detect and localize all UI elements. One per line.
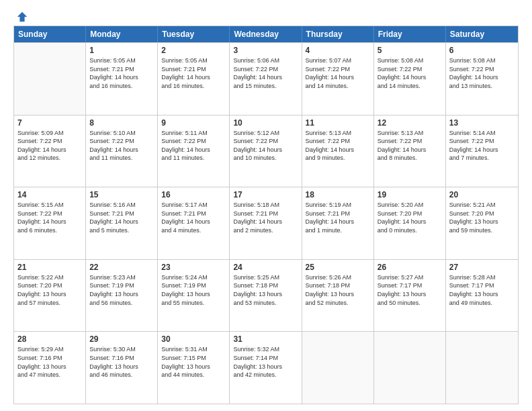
- calendar-cell: 6Sunrise: 5:08 AM Sunset: 7:22 PM Daylig…: [446, 43, 518, 115]
- cell-content: Sunrise: 5:18 AM Sunset: 7:21 PM Dayligh…: [233, 201, 298, 234]
- calendar-cell: [374, 332, 446, 404]
- day-number: 12: [378, 118, 442, 128]
- cell-content: Sunrise: 5:13 AM Sunset: 7:22 PM Dayligh…: [378, 129, 442, 163]
- cell-content: Sunrise: 5:12 AM Sunset: 7:22 PM Dayligh…: [233, 129, 298, 163]
- header-day-tuesday: Tuesday: [158, 26, 230, 42]
- day-number: 15: [89, 190, 154, 199]
- cell-content: Sunrise: 5:24 AM Sunset: 7:19 PM Dayligh…: [161, 273, 226, 307]
- day-number: 2: [161, 46, 226, 55]
- cell-content: Sunrise: 5:10 AM Sunset: 7:22 PM Dayligh…: [89, 129, 154, 163]
- logo-icon: [16, 11, 28, 23]
- day-number: 6: [449, 46, 515, 55]
- cell-content: Sunrise: 5:13 AM Sunset: 7:22 PM Dayligh…: [306, 129, 370, 163]
- day-number: 8: [89, 118, 154, 128]
- calendar-row-3: 14Sunrise: 5:15 AM Sunset: 7:22 PM Dayli…: [14, 187, 518, 259]
- cell-content: Sunrise: 5:32 AM Sunset: 7:14 PM Dayligh…: [233, 345, 298, 379]
- calendar-cell: 9Sunrise: 5:11 AM Sunset: 7:22 PM Daylig…: [158, 116, 230, 187]
- header-day-saturday: Saturday: [446, 26, 518, 42]
- calendar-cell: 14Sunrise: 5:15 AM Sunset: 7:22 PM Dayli…: [14, 187, 86, 259]
- calendar-cell: [446, 332, 518, 404]
- header-day-monday: Monday: [86, 26, 158, 42]
- calendar-cell: 15Sunrise: 5:16 AM Sunset: 7:21 PM Dayli…: [86, 187, 158, 259]
- day-number: 10: [233, 118, 298, 128]
- day-number: 26: [378, 263, 442, 272]
- day-number: 7: [17, 118, 82, 128]
- calendar-cell: 20Sunrise: 5:21 AM Sunset: 7:20 PM Dayli…: [446, 187, 518, 259]
- calendar-cell: 17Sunrise: 5:18 AM Sunset: 7:21 PM Dayli…: [230, 187, 302, 259]
- day-number: 14: [17, 190, 82, 199]
- logo: [13, 11, 28, 20]
- calendar-cell: 24Sunrise: 5:25 AM Sunset: 7:18 PM Dayli…: [230, 260, 302, 332]
- calendar-cell: 21Sunrise: 5:22 AM Sunset: 7:20 PM Dayli…: [14, 260, 86, 332]
- cell-content: Sunrise: 5:30 AM Sunset: 7:16 PM Dayligh…: [89, 345, 154, 379]
- day-number: 4: [306, 46, 370, 55]
- header-day-thursday: Thursday: [302, 26, 374, 42]
- cell-content: Sunrise: 5:14 AM Sunset: 7:22 PM Dayligh…: [449, 129, 515, 163]
- cell-content: Sunrise: 5:09 AM Sunset: 7:22 PM Dayligh…: [17, 129, 82, 163]
- calendar-cell: [302, 332, 374, 404]
- cell-content: Sunrise: 5:28 AM Sunset: 7:17 PM Dayligh…: [449, 273, 515, 307]
- calendar-cell: 8Sunrise: 5:10 AM Sunset: 7:22 PM Daylig…: [86, 116, 158, 187]
- calendar-cell: 4Sunrise: 5:07 AM Sunset: 7:22 PM Daylig…: [302, 43, 374, 115]
- cell-content: Sunrise: 5:29 AM Sunset: 7:16 PM Dayligh…: [17, 345, 82, 379]
- calendar-cell: 2Sunrise: 5:05 AM Sunset: 7:21 PM Daylig…: [158, 43, 230, 115]
- cell-content: Sunrise: 5:21 AM Sunset: 7:20 PM Dayligh…: [449, 201, 515, 234]
- day-number: 20: [449, 190, 515, 199]
- header-day-friday: Friday: [374, 26, 446, 42]
- day-number: 29: [89, 334, 154, 344]
- calendar-row-1: 1Sunrise: 5:05 AM Sunset: 7:21 PM Daylig…: [14, 42, 518, 115]
- day-number: 28: [17, 334, 82, 344]
- day-number: 24: [233, 263, 298, 272]
- cell-content: Sunrise: 5:20 AM Sunset: 7:20 PM Dayligh…: [378, 201, 442, 234]
- day-number: 11: [306, 118, 370, 128]
- calendar-body: 1Sunrise: 5:05 AM Sunset: 7:21 PM Daylig…: [14, 42, 518, 404]
- calendar-cell: 10Sunrise: 5:12 AM Sunset: 7:22 PM Dayli…: [230, 116, 302, 187]
- calendar-cell: 30Sunrise: 5:31 AM Sunset: 7:15 PM Dayli…: [158, 332, 230, 404]
- cell-content: Sunrise: 5:25 AM Sunset: 7:18 PM Dayligh…: [233, 273, 298, 307]
- cell-content: Sunrise: 5:19 AM Sunset: 7:21 PM Dayligh…: [306, 201, 370, 234]
- cell-content: Sunrise: 5:08 AM Sunset: 7:22 PM Dayligh…: [378, 56, 442, 90]
- day-number: 25: [306, 263, 370, 272]
- calendar-cell: 12Sunrise: 5:13 AM Sunset: 7:22 PM Dayli…: [374, 116, 446, 187]
- calendar: SundayMondayTuesdayWednesdayThursdayFrid…: [13, 26, 519, 404]
- calendar-cell: 7Sunrise: 5:09 AM Sunset: 7:22 PM Daylig…: [14, 116, 86, 187]
- calendar-cell: 31Sunrise: 5:32 AM Sunset: 7:14 PM Dayli…: [230, 332, 302, 404]
- calendar-cell: 5Sunrise: 5:08 AM Sunset: 7:22 PM Daylig…: [374, 43, 446, 115]
- calendar-cell: 19Sunrise: 5:20 AM Sunset: 7:20 PM Dayli…: [374, 187, 446, 259]
- day-number: 13: [449, 118, 515, 128]
- calendar-row-5: 28Sunrise: 5:29 AM Sunset: 7:16 PM Dayli…: [14, 331, 518, 404]
- cell-content: Sunrise: 5:06 AM Sunset: 7:22 PM Dayligh…: [233, 56, 298, 90]
- cell-content: Sunrise: 5:08 AM Sunset: 7:22 PM Dayligh…: [449, 56, 515, 90]
- day-number: 30: [161, 334, 226, 344]
- day-number: 1: [89, 46, 154, 55]
- cell-content: Sunrise: 5:07 AM Sunset: 7:22 PM Dayligh…: [306, 56, 370, 90]
- day-number: 5: [378, 46, 442, 55]
- day-number: 16: [161, 190, 226, 199]
- header: [13, 11, 519, 20]
- day-number: 31: [233, 334, 298, 344]
- calendar-cell: 22Sunrise: 5:23 AM Sunset: 7:19 PM Dayli…: [86, 260, 158, 332]
- day-number: 21: [17, 263, 82, 272]
- header-day-wednesday: Wednesday: [230, 26, 302, 42]
- cell-content: Sunrise: 5:16 AM Sunset: 7:21 PM Dayligh…: [89, 201, 154, 234]
- calendar-cell: 18Sunrise: 5:19 AM Sunset: 7:21 PM Dayli…: [302, 187, 374, 259]
- svg-marker-0: [17, 12, 27, 21]
- cell-content: Sunrise: 5:26 AM Sunset: 7:18 PM Dayligh…: [306, 273, 370, 307]
- cell-content: Sunrise: 5:23 AM Sunset: 7:19 PM Dayligh…: [89, 273, 154, 307]
- day-number: 23: [161, 263, 226, 272]
- day-number: 9: [161, 118, 226, 128]
- cell-content: Sunrise: 5:11 AM Sunset: 7:22 PM Dayligh…: [161, 129, 226, 163]
- day-number: 3: [233, 46, 298, 55]
- cell-content: Sunrise: 5:05 AM Sunset: 7:21 PM Dayligh…: [89, 56, 154, 90]
- day-number: 27: [449, 263, 515, 272]
- calendar-cell: 26Sunrise: 5:27 AM Sunset: 7:17 PM Dayli…: [374, 260, 446, 332]
- calendar-cell: 13Sunrise: 5:14 AM Sunset: 7:22 PM Dayli…: [446, 116, 518, 187]
- calendar-cell: 27Sunrise: 5:28 AM Sunset: 7:17 PM Dayli…: [446, 260, 518, 332]
- calendar-cell: [14, 43, 86, 115]
- cell-content: Sunrise: 5:31 AM Sunset: 7:15 PM Dayligh…: [161, 345, 226, 379]
- day-number: 17: [233, 190, 298, 199]
- cell-content: Sunrise: 5:15 AM Sunset: 7:22 PM Dayligh…: [17, 201, 82, 234]
- calendar-cell: 29Sunrise: 5:30 AM Sunset: 7:16 PM Dayli…: [86, 332, 158, 404]
- cell-content: Sunrise: 5:22 AM Sunset: 7:20 PM Dayligh…: [17, 273, 82, 307]
- cell-content: Sunrise: 5:05 AM Sunset: 7:21 PM Dayligh…: [161, 56, 226, 90]
